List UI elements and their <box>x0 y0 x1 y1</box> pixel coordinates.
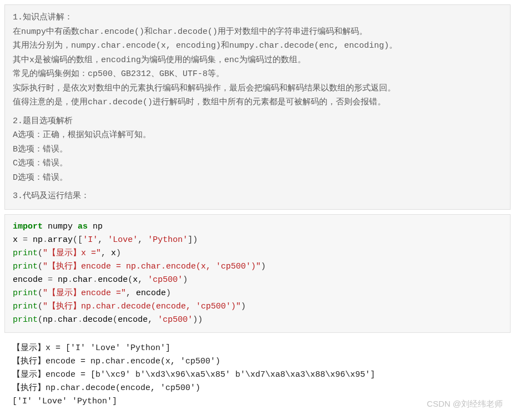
output-block: 【显示】x = ['I' 'Love' 'Python'] 【执行】encode… <box>4 337 511 414</box>
keyword-as: as <box>78 222 88 231</box>
string: 'cp500' <box>158 315 193 325</box>
comma: , <box>148 315 158 325</box>
paren: ) <box>183 275 188 285</box>
fn-array: array <box>48 235 73 245</box>
paren: ( <box>113 315 118 325</box>
char: char <box>73 275 93 285</box>
comma: , <box>138 275 148 285</box>
explanation-line: 其中x是被编码的数组，encoding为编码使用的编码集，enc为编码过的数组。 <box>13 53 502 68</box>
output-line: 【显示】encode = [b'\xc9' b'\xd3\x96\xa5\x85… <box>12 370 375 379</box>
dot: . <box>68 275 73 285</box>
string: "【执行】encode = np.char.encode(x, 'cp500')… <box>43 262 261 271</box>
watermark: CSDN @刘经纬老师 <box>427 397 503 411</box>
fn-print: print <box>13 302 38 311</box>
paren: ( <box>128 275 133 285</box>
fn-print: print <box>13 249 38 258</box>
string: "【显示】encode =" <box>43 289 126 298</box>
fn-encode: encode <box>98 275 128 285</box>
paren: ([ <box>73 235 83 245</box>
explanation-section: 1.知识点讲解： 在numpy中有函数char.encode()和char.de… <box>4 4 511 210</box>
paren: ) <box>261 262 266 271</box>
keyword-import: import <box>13 222 43 231</box>
op-eq: = <box>48 275 53 285</box>
var: x <box>13 235 18 245</box>
np: np <box>33 235 43 245</box>
explanation-line: 3.代码及运行结果： <box>13 189 502 204</box>
output-line: ['I' 'Love' 'Python'] <box>12 397 117 406</box>
paren: ) <box>116 249 121 258</box>
fn-print: print <box>13 262 38 271</box>
explanation-line: 1.知识点讲解： <box>13 11 502 25</box>
explanation-line: 其用法分别为，numpy.char.encode(x, encoding)和nu… <box>13 39 502 53</box>
string: 'I' <box>83 235 98 245</box>
explanation-line: 2.题目选项解析 <box>13 114 502 129</box>
module-name: numpy <box>48 222 73 231</box>
fn-decode: decode <box>83 315 113 325</box>
arg: encode <box>118 315 148 325</box>
string: "【执行】np.char.decode(encode, 'cp500')" <box>43 302 241 311</box>
dot: . <box>78 315 83 325</box>
string: 'Python' <box>148 235 188 245</box>
dot: . <box>43 235 48 245</box>
explanation-line: D选项：错误。 <box>13 171 502 185</box>
paren: ]) <box>188 235 198 245</box>
dot: . <box>93 275 98 285</box>
paren: ) <box>193 315 198 325</box>
dot: . <box>53 315 58 325</box>
fn-print: print <box>13 315 38 325</box>
string: "【显示】x =" <box>43 249 101 258</box>
arg: x <box>133 275 138 285</box>
paren: ( <box>38 262 43 271</box>
string: 'Love' <box>108 235 138 245</box>
explanation-line: 常见的编码集例如：cp500、GB2312、GBK、UTF-8等。 <box>13 67 502 82</box>
paren: ( <box>38 289 43 298</box>
comma: , <box>138 235 148 245</box>
var: encode <box>13 275 43 285</box>
paren: ( <box>38 249 43 258</box>
alias: np <box>93 222 103 231</box>
string: 'cp500' <box>148 275 183 285</box>
paren: ) <box>198 315 203 325</box>
np: np <box>58 275 68 285</box>
comma: , <box>126 289 136 298</box>
explanation-line: 实际执行时，是依次对数组中的元素执行编码和解码操作，最后会把编码和解码结果以数组… <box>13 82 502 96</box>
arg: x <box>111 249 116 258</box>
paren: ( <box>38 315 43 325</box>
paren: ( <box>38 302 43 311</box>
explanation-line: C选项：错误。 <box>13 156 502 171</box>
output-line: 【显示】x = ['I' 'Love' 'Python'] <box>12 343 170 353</box>
fn-print: print <box>13 289 38 298</box>
explanation-line: A选项：正确，根据知识点详解可知。 <box>13 128 502 143</box>
output-line: 【执行】encode = np.char.encode(x, 'cp500') <box>12 357 220 366</box>
output-line: 【执行】np.char.decode(encode, 'cp500') <box>12 383 200 393</box>
explanation-line: 值得注意的是，使用char.decode()进行解码时，数组中所有的元素都是可被… <box>13 95 502 110</box>
code-block: import numpy as np x = np.array(['I', 'L… <box>4 214 511 333</box>
paren: ) <box>166 289 171 298</box>
comma: , <box>98 235 108 245</box>
arg: encode <box>136 289 166 298</box>
explanation-line: 在numpy中有函数char.encode()和char.decode()用于对… <box>13 25 502 39</box>
op-eq: = <box>23 235 28 245</box>
char: char <box>58 315 78 325</box>
np: np <box>43 315 53 325</box>
comma: , <box>101 249 111 258</box>
explanation-line: B选项：错误。 <box>13 143 502 157</box>
paren: ) <box>241 302 246 311</box>
